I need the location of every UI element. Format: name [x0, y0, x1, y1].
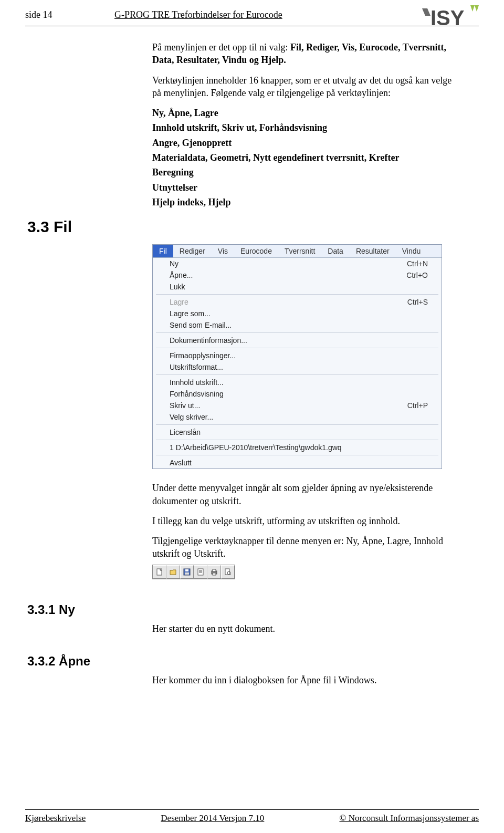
menubar-item[interactable]: Eurocode	[234, 245, 278, 257]
toolbar-group-4: Materialdata, Geometri, Nytt egendefiner…	[152, 151, 457, 164]
paragraph-fil-desc-1: Under dette menyvalget inngår alt som gj…	[152, 482, 457, 507]
menu-separator	[156, 294, 438, 295]
menubar-item[interactable]: Rediger	[173, 245, 212, 257]
svg-rect-5	[198, 569, 203, 575]
menubar-item[interactable]: Data	[321, 245, 350, 257]
heading-3-3-fil: 3.3 Fil	[0, 218, 504, 236]
logo-isy: ISY	[421, 4, 479, 32]
menu-separator	[156, 455, 438, 455]
paragraph-apne: Her kommer du inn i dialogboksen for Åpn…	[152, 674, 457, 686]
svg-rect-4	[185, 572, 189, 575]
menu-item[interactable]: Licenslån	[153, 426, 442, 438]
svg-rect-3	[185, 569, 188, 571]
menu-item[interactable]: Lagre som...	[153, 308, 442, 319]
paragraph-menu-intro: På menylinjen er det opp til ni valg: Fi…	[152, 41, 457, 67]
svg-line-14	[230, 574, 231, 575]
menu-item[interactable]: NyCtrl+N	[153, 258, 442, 269]
menu-item[interactable]: Avslutt	[153, 457, 442, 468]
menu-item: LagreCtrl+S	[153, 296, 442, 308]
content-print-icon	[194, 565, 207, 579]
menu-separator	[156, 332, 438, 333]
footer-center: Desember 2014 Versjon 7.10	[161, 813, 264, 824]
paragraph-fil-desc-3: Tilgjengelige verktøyknapper til denne m…	[152, 535, 457, 560]
menubar-item[interactable]: Fil	[153, 245, 173, 257]
print-icon	[207, 565, 221, 579]
toolbar-buttons	[152, 565, 235, 579]
open-icon	[166, 565, 180, 579]
fil-dropdown: NyCtrl+NÅpne...Ctrl+OLukkLagreCtrl+SLagr…	[153, 258, 442, 468]
menubar: FilRedigerVisEurocodeTverrsnittDataResul…	[153, 245, 442, 258]
paragraph-toolbar-intro: Verktøylinjen inneholder 16 knapper, som…	[152, 74, 457, 100]
menu-screenshot: FilRedigerVisEurocodeTverrsnittDataResul…	[152, 244, 442, 469]
menu-separator	[156, 440, 438, 440]
paragraph-fil-desc-2: I tillegg kan du velge utskrift, utformi…	[152, 515, 457, 527]
toolbar-group-5: Beregning	[152, 166, 457, 179]
menubar-item[interactable]: Resultater	[350, 245, 396, 257]
menu-item[interactable]: Send som E-mail...	[153, 319, 442, 331]
heading-3-3-1-ny: 3.3.1 Ny	[0, 602, 504, 617]
menu-item[interactable]: Dokumentinformasjon...	[153, 335, 442, 346]
toolbar-group-2: Innhold utskrift, Skriv ut, Forhåndsvisn…	[152, 121, 457, 134]
paragraph-ny: Her starter du en nytt dokument.	[152, 622, 457, 635]
menu-item[interactable]: 1 D:\Arbeid\GPEU-2010\tretverr\Testing\g…	[153, 442, 442, 453]
menu-separator	[156, 348, 438, 348]
menu-item[interactable]: Lukk	[153, 281, 442, 293]
menu-separator	[156, 374, 438, 375]
header-page-number: side 14	[25, 9, 99, 20]
toolbar-group-6: Utnyttelser	[152, 181, 457, 194]
svg-rect-10	[213, 569, 216, 571]
menubar-item[interactable]: Tverrsnitt	[278, 245, 321, 257]
footer-right: © Norconsult Informasjonssystemer as	[339, 813, 479, 824]
footer-left: Kjørebeskrivelse	[25, 813, 86, 824]
save-icon	[180, 565, 194, 579]
menu-item[interactable]: Velg skriver...	[153, 411, 442, 423]
menu-item[interactable]: Forhåndsvisning	[153, 388, 442, 400]
svg-rect-11	[213, 573, 216, 575]
menubar-item[interactable]: Vis	[212, 245, 234, 257]
preview-icon	[221, 565, 235, 579]
heading-3-3-2-apne: 3.3.2 Åpne	[0, 654, 504, 669]
toolbar-group-1: Ny, Åpne, Lagre	[152, 107, 457, 119]
menu-separator	[156, 424, 438, 425]
menu-item[interactable]: Firmaopplysninger...	[153, 350, 442, 361]
menu-item[interactable]: Utskriftsformat...	[153, 361, 442, 373]
toolbar-group-3: Angre, Gjenopprett	[152, 137, 457, 149]
svg-text:ISY: ISY	[430, 6, 465, 29]
menu-item[interactable]: Åpne...Ctrl+O	[153, 269, 442, 281]
menubar-item[interactable]: Vindu	[396, 245, 427, 257]
toolbar-group-7: Hjelp indeks, Hjelp	[152, 196, 457, 209]
menu-item[interactable]: Skriv ut...Ctrl+P	[153, 400, 442, 411]
menu-item[interactable]: Innhold utskrift...	[153, 377, 442, 388]
new-icon	[153, 565, 166, 579]
